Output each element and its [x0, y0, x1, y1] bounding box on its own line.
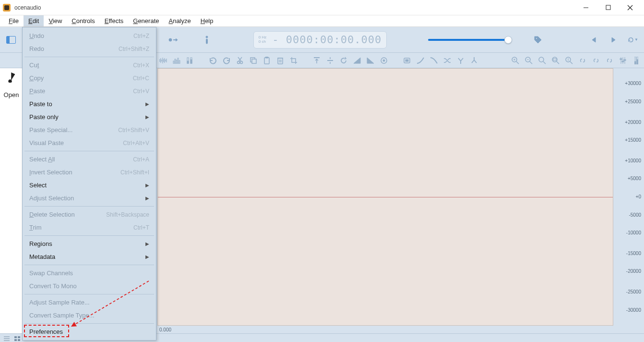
- amp-tick: -20000: [615, 269, 641, 274]
- menu-item-paste-only[interactable]: Paste only▶: [23, 110, 156, 123]
- sidebar-toggle-icon[interactable]: [6, 35, 16, 45]
- menu-item-delete-selection: Delete SelectionShift+Backspace: [23, 208, 156, 221]
- maximize-button[interactable]: [597, 0, 619, 15]
- menu-controls[interactable]: Controls: [67, 15, 99, 26]
- svg-rect-24: [265, 57, 268, 58]
- menu-item-cut: CutCtrl+X: [23, 59, 156, 72]
- svg-point-5: [206, 36, 208, 38]
- menu-file[interactable]: File: [4, 15, 24, 26]
- window-title: ocenaudio: [14, 4, 41, 11]
- merge-icon[interactable]: [469, 56, 479, 65]
- menu-edit[interactable]: Edit: [24, 15, 44, 26]
- tag-icon[interactable]: [533, 35, 543, 45]
- menu-generate[interactable]: Generate: [128, 15, 164, 26]
- close-button[interactable]: [619, 0, 641, 15]
- timeline-start: 0.000: [159, 327, 171, 332]
- menu-item-convert-sample-type: Convert Sample Type...: [23, 309, 156, 322]
- minimize-button[interactable]: [575, 0, 597, 15]
- svg-point-17: [238, 61, 240, 63]
- curve2-icon[interactable]: [429, 56, 439, 65]
- menu-item-trim: TrimCtrl+T: [23, 221, 156, 234]
- nav-forward-icon[interactable]: [608, 35, 619, 45]
- align-center-icon[interactable]: [325, 56, 335, 65]
- cut-icon[interactable]: [235, 56, 245, 65]
- menu-analyze[interactable]: Analyze: [164, 15, 195, 26]
- svg-rect-56: [624, 60, 626, 61]
- play-next-icon[interactable]: [168, 35, 179, 45]
- music-note-icon: [6, 71, 17, 83]
- redo-icon[interactable]: [222, 56, 231, 65]
- link1-icon[interactable]: [578, 56, 587, 65]
- svg-point-4: [169, 38, 172, 41]
- revert-icon[interactable]: [339, 56, 348, 65]
- levels-icon[interactable]: [185, 56, 195, 65]
- timeline-ruler: 0.000: [157, 326, 613, 333]
- waveform-icon[interactable]: [158, 56, 168, 65]
- svg-rect-10: [176, 60, 177, 63]
- fade-out-icon[interactable]: [366, 56, 375, 65]
- menu-separator: [24, 323, 154, 324]
- delete-icon[interactable]: [275, 56, 285, 65]
- menu-item-paste: PasteCtrl+V: [23, 85, 156, 98]
- list-icon[interactable]: [4, 335, 10, 341]
- align-top-icon[interactable]: [312, 56, 322, 65]
- svg-line-44: [543, 61, 546, 64]
- menu-help[interactable]: Help: [196, 15, 218, 26]
- waveform-canvas[interactable]: [157, 68, 613, 326]
- menu-item-paste-to[interactable]: Paste to▶: [23, 98, 156, 110]
- svg-rect-6: [206, 39, 208, 44]
- eq-icon[interactable]: [618, 56, 628, 65]
- fork-icon[interactable]: [456, 56, 465, 65]
- menu-item-select[interactable]: Select▶: [23, 179, 156, 192]
- menu-effects[interactable]: Effects: [100, 15, 129, 26]
- menu-item-regions[interactable]: Regions▶: [23, 237, 156, 250]
- menu-item-visual-paste: Visual PasteCtrl+Alt+V: [23, 136, 156, 149]
- sidebar: Open: [0, 68, 23, 333]
- volume-slider[interactable]: [428, 39, 510, 41]
- svg-rect-22: [252, 59, 256, 63]
- menu-item-paste-special: Paste Special...Ctrl+Shift+V: [23, 123, 156, 136]
- svg-line-41: [530, 61, 532, 64]
- crop-icon[interactable]: [289, 56, 298, 65]
- menu-view[interactable]: View: [44, 15, 67, 26]
- fade-in-icon[interactable]: [352, 56, 362, 65]
- spectrum-icon[interactable]: [172, 56, 181, 65]
- zoom-sel-icon[interactable]: [537, 56, 547, 65]
- zoom-fit-icon[interactable]: [551, 56, 561, 65]
- menu-item-select-all: Select AllCtrl+A: [23, 153, 156, 166]
- zoom-in-icon[interactable]: [511, 56, 520, 65]
- history-icon[interactable]: ▼: [628, 35, 638, 45]
- svg-rect-59: [634, 61, 636, 64]
- amp-tick: +5000: [615, 176, 641, 181]
- svg-rect-60: [637, 60, 638, 64]
- svg-rect-47: [553, 59, 556, 61]
- svg-rect-64: [14, 336, 17, 338]
- menu-item-preferences[interactable]: Preferences: [23, 325, 156, 338]
- target-icon[interactable]: [379, 56, 389, 65]
- svg-rect-1: [606, 5, 610, 10]
- menu-separator: [24, 294, 154, 294]
- info-icon[interactable]: [202, 35, 212, 45]
- menu-item-adjust-selection: Adjust Selection▶: [23, 192, 156, 205]
- svg-rect-23: [264, 58, 269, 64]
- paste-icon[interactable]: [262, 56, 272, 65]
- link2-icon[interactable]: [591, 56, 601, 65]
- undo-icon[interactable]: [208, 56, 218, 65]
- zoom-v-icon[interactable]: [564, 56, 574, 65]
- grid-icon[interactable]: [14, 335, 20, 341]
- svg-line-37: [516, 61, 519, 64]
- copy-icon[interactable]: [249, 56, 258, 65]
- shuffle-icon[interactable]: [442, 56, 452, 65]
- svg-rect-15: [187, 61, 189, 63]
- amp-tick: +10000: [615, 158, 641, 163]
- menu-item-metadata[interactable]: Metadata▶: [23, 250, 156, 263]
- meter-icon[interactable]: [632, 56, 641, 65]
- amp-tick: -5000: [615, 212, 641, 218]
- link3-icon[interactable]: [605, 56, 614, 65]
- zoom-out-icon[interactable]: [524, 56, 534, 65]
- svg-rect-11: [178, 58, 179, 63]
- curve1-icon[interactable]: [416, 56, 425, 65]
- counter-time: - 0000:00:00.000: [272, 34, 382, 46]
- nav-back-icon[interactable]: [589, 35, 600, 45]
- region-icon[interactable]: [402, 56, 412, 65]
